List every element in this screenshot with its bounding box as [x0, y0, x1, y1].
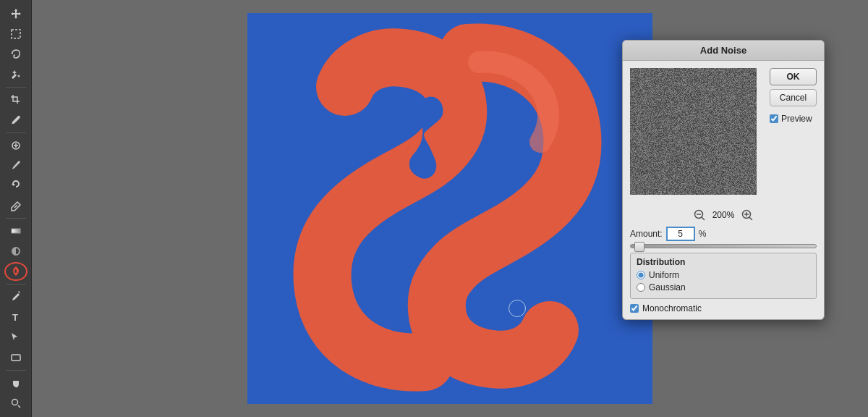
svg-rect-0 — [12, 30, 20, 38]
svg-text:T: T — [12, 312, 18, 323]
add-noise-dialog: Add Noise OK Cancel Preview — [622, 40, 825, 320]
noise-canvas — [630, 68, 757, 195]
amount-input[interactable] — [666, 227, 695, 241]
canvas-area: Add Noise OK Cancel Preview — [32, 0, 868, 417]
dialog-title: Add Noise — [700, 45, 746, 56]
zoom-in-button[interactable] — [740, 208, 754, 222]
noise-slider-track[interactable] — [630, 244, 817, 248]
gaussian-radio[interactable] — [637, 283, 645, 292]
zoom-value: 200% — [712, 210, 735, 220]
tool-heal[interactable] — [4, 136, 27, 155]
amount-percent: % — [699, 229, 707, 239]
tool-magic-wand[interactable] — [4, 65, 27, 84]
tool-brush[interactable] — [4, 156, 27, 175]
uniform-label: Uniform — [649, 270, 679, 280]
zoom-in-icon — [741, 208, 754, 222]
tool-hand[interactable] — [4, 374, 27, 392]
tool-eraser[interactable] — [4, 196, 27, 215]
toolbar: T — [0, 0, 32, 417]
dialog-overlay: Add Noise OK Cancel Preview — [622, 40, 825, 320]
monochromatic-label: Monochromatic — [642, 303, 702, 313]
dialog-buttons: OK Cancel Preview — [770, 68, 817, 195]
noise-slider-thumb[interactable] — [634, 242, 644, 252]
slider-row — [623, 241, 824, 253]
dialog-title-bar: Add Noise — [623, 41, 824, 61]
monochromatic-checkbox[interactable] — [630, 304, 639, 313]
tool-move[interactable] — [4, 4, 27, 23]
gaussian-row: Gaussian — [637, 282, 810, 292]
noise-preview — [630, 68, 757, 195]
preview-checkbox-row: Preview — [770, 114, 817, 124]
cancel-button[interactable]: Cancel — [770, 89, 817, 106]
tool-blur[interactable] — [4, 242, 27, 261]
distribution-box: Distribution Uniform Gaussian — [630, 253, 817, 299]
canvas-document — [247, 13, 652, 404]
tool-lasso[interactable] — [4, 45, 27, 64]
amount-label: Amount: — [630, 229, 663, 239]
uniform-row: Uniform — [637, 270, 810, 280]
ok-button[interactable]: OK — [770, 68, 817, 85]
tool-shape[interactable] — [4, 348, 27, 367]
svg-rect-4 — [12, 355, 20, 361]
tool-burn[interactable] — [4, 262, 27, 281]
tool-eyedropper[interactable] — [4, 111, 27, 130]
tool-crop[interactable] — [4, 90, 27, 109]
monochromatic-row: Monochromatic — [623, 299, 824, 319]
zoom-out-button[interactable] — [692, 208, 707, 222]
tool-pen[interactable] — [4, 287, 27, 306]
artwork-svg — [247, 13, 652, 404]
tool-stamp[interactable] — [4, 176, 27, 195]
tool-gradient[interactable] — [4, 222, 27, 240]
dialog-preview-area — [630, 68, 764, 195]
tool-zoom[interactable] — [4, 394, 27, 413]
zoom-controls: 200% — [630, 208, 817, 222]
amount-row: Amount: % — [623, 225, 824, 241]
preview-label: Preview — [781, 114, 812, 124]
dialog-content: OK Cancel Preview — [623, 61, 824, 202]
svg-point-5 — [12, 400, 17, 405]
preview-checkbox[interactable] — [770, 114, 778, 123]
distribution-title: Distribution — [637, 257, 810, 267]
uniform-radio[interactable] — [637, 271, 645, 279]
svg-rect-2 — [12, 229, 20, 233]
gaussian-label: Gaussian — [649, 282, 686, 292]
tool-path-select[interactable] — [4, 328, 27, 347]
tool-cursor-circle — [509, 300, 526, 317]
tool-marquee[interactable] — [4, 25, 27, 43]
zoom-out-icon — [693, 208, 706, 222]
tool-type[interactable]: T — [4, 308, 27, 327]
